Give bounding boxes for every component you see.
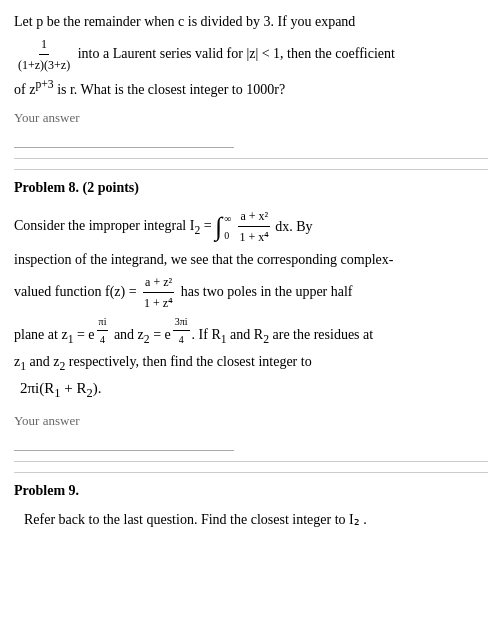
integrand-frac: a + x² 1 + x⁴ (237, 206, 271, 248)
problem-7-line2: into a Laurent series valid for |z| < 1,… (78, 46, 395, 61)
z1-exp-frac: πi4 (97, 313, 109, 348)
z1-exp-num: πi (97, 313, 109, 331)
problem-8-text: Consider the improper integral I2 = ∫ ∞ … (14, 206, 488, 405)
problem-7-line3b: is r. What is the closest integer to 100… (57, 82, 285, 97)
fraction-numerator: 1 (39, 34, 49, 55)
p8-line5: plane at z1 = eπi4 and z2 = e3πi4. If R1… (14, 327, 373, 342)
z2-exp-den: 4 (177, 331, 186, 348)
integral-display: ∫ ∞ 0 a + x² 1 + x⁴ dx. By (215, 206, 312, 248)
answer-input-8[interactable] (14, 433, 234, 451)
func-den: 1 + z⁴ (142, 293, 175, 313)
problem-9-text: Refer back to the last question. Find th… (14, 509, 488, 531)
answer-label-8: Your answer (14, 413, 488, 429)
divider-3 (14, 461, 488, 462)
z1-exp-den: 4 (98, 331, 107, 348)
answer-input-7[interactable] (14, 130, 234, 148)
func-frac: a + z² 1 + z⁴ (142, 272, 175, 314)
z2-exp-frac: 3πi4 (173, 313, 190, 348)
problem-9-section: Problem 9. Refer back to the last questi… (14, 483, 488, 531)
integral-limits: ∞ 0 (224, 210, 231, 244)
p8-line3: inspection of the integrand, we see that… (14, 252, 393, 267)
integral-top: ∞ (224, 210, 231, 227)
divider-1 (14, 158, 488, 159)
divider-4 (14, 472, 488, 473)
problem-8-header: Problem 8. (2 points) (14, 180, 488, 196)
fraction-display: 1 (1+z)(3+z) (16, 34, 72, 76)
problem-7-text: Let p be the remainder when c is divided… (14, 10, 488, 102)
fraction-denominator: (1+z)(3+z) (16, 55, 72, 75)
dx-label: dx. By (275, 215, 312, 239)
p8-line6: z1 and z2 respectively, then find the cl… (14, 354, 312, 369)
problem-8-section: Problem 8. (2 points) Consider the impro… (14, 180, 488, 451)
problem-9-header: Problem 9. (14, 483, 488, 499)
integral-sign: ∫ (215, 214, 222, 240)
problem-7-section: Let p be the remainder when c is divided… (14, 10, 488, 148)
p8-line1: Consider the improper integral I2 = ∫ ∞ … (14, 218, 313, 233)
problem-7-line3: of zp+3 is r. What is the closest intege… (14, 82, 285, 97)
integral-bottom: 0 (224, 227, 231, 244)
z2-exp-num: 3πi (173, 313, 190, 331)
p8-line4: valued function f(z) = a + z² 1 + z⁴ has… (14, 284, 353, 299)
p8-formula: 2πi(R1 + R2). (14, 380, 101, 396)
divider-2 (14, 169, 488, 170)
integrand-den: 1 + x⁴ (237, 227, 271, 247)
answer-label-7: Your answer (14, 110, 488, 126)
integrand-num: a + x² (238, 206, 270, 227)
problem-7-exponent: p+3 (35, 79, 53, 92)
problem-7-fraction: 1 (1+z)(3+z) (14, 46, 78, 61)
func-num: a + z² (143, 272, 174, 293)
problem-7-line1: Let p be the remainder when c is divided… (14, 14, 355, 29)
